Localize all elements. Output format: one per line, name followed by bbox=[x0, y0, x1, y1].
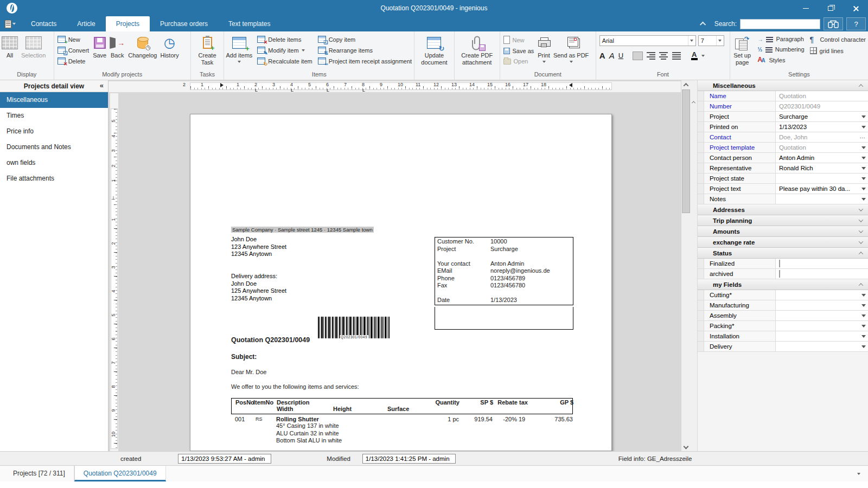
item-row[interactable]: 001 RS Rolling Shutter 45° Casing 137 in… bbox=[231, 416, 573, 445]
v-margin-marker[interactable]: ⊥ bbox=[111, 195, 116, 201]
cutting-field[interactable] bbox=[776, 290, 868, 300]
dropdown-icon[interactable] bbox=[861, 177, 866, 180]
section-status[interactable]: Status bbox=[698, 248, 868, 259]
finalized-checkbox[interactable] bbox=[779, 260, 780, 267]
collapse-ribbon-icon[interactable] bbox=[700, 22, 706, 28]
history-button[interactable]: ◷ History bbox=[158, 33, 180, 59]
installation-field[interactable] bbox=[776, 331, 868, 341]
tab-projects-list[interactable]: Projects [72 / 311] bbox=[4, 466, 74, 481]
paragraph-button[interactable]: → Paragraph bbox=[757, 36, 804, 42]
project-template-field[interactable]: Quotation bbox=[776, 143, 868, 152]
copy-item-button[interactable]: ❏ Copy item bbox=[318, 36, 412, 43]
tab-overflow-icon[interactable] bbox=[857, 473, 860, 475]
contact-person-field[interactable]: Anton Admin bbox=[776, 153, 868, 163]
set-up-page-button[interactable]: ↷ Set up page bbox=[730, 33, 755, 66]
send-as-pdf-button[interactable]: Send as PDF bbox=[552, 33, 590, 63]
create-pdf-attachment-button[interactable]: Create PDF attachment bbox=[455, 33, 500, 66]
scrollbar-thumb[interactable] bbox=[682, 89, 690, 213]
menu-tab-projects[interactable]: Projects bbox=[106, 16, 150, 31]
update-document-button[interactable]: ↻ Update document bbox=[414, 33, 454, 66]
number-field[interactable]: Q202301/0049 bbox=[776, 101, 868, 111]
dropdown-icon[interactable] bbox=[861, 335, 866, 338]
menu-tab-purchase-orders[interactable]: Purchase orders bbox=[150, 16, 218, 31]
packing-field[interactable] bbox=[776, 321, 868, 331]
italic-button[interactable]: A bbox=[609, 52, 615, 60]
subject-line[interactable]: Subject: bbox=[231, 353, 257, 361]
dropdown-icon[interactable] bbox=[861, 146, 866, 149]
dropdown-icon[interactable] bbox=[861, 345, 866, 348]
dropdown-icon[interactable] bbox=[861, 325, 866, 328]
menu-tab-text-templates[interactable]: Text templates bbox=[218, 16, 280, 31]
dropdown-icon[interactable] bbox=[861, 115, 866, 118]
tab-stop-marker[interactable] bbox=[255, 88, 258, 93]
scroll-down-button[interactable] bbox=[681, 442, 690, 451]
bold-button[interactable]: A bbox=[599, 52, 605, 60]
document-vertical-scrollbar[interactable] bbox=[681, 80, 690, 451]
document-open-button[interactable]: Open bbox=[503, 58, 534, 65]
dropdown-icon[interactable] bbox=[861, 314, 866, 317]
advanced-search-button[interactable] bbox=[824, 17, 843, 30]
dropdown-icon[interactable] bbox=[861, 294, 866, 297]
font-color-button[interactable]: A bbox=[691, 51, 697, 60]
control-character-button[interactable]: ¶ Control character bbox=[810, 36, 866, 43]
tab-stop-marker[interactable] bbox=[362, 88, 365, 93]
left-indent-marker[interactable] bbox=[220, 83, 224, 87]
tab-stop-marker[interactable] bbox=[291, 88, 293, 93]
section-trip-planning[interactable]: Trip planning bbox=[698, 215, 868, 226]
salutation[interactable]: Dear Mr. Doe bbox=[231, 369, 266, 375]
convert-button[interactable]: ❏ Convert bbox=[58, 47, 90, 54]
dropdown-icon[interactable] bbox=[861, 126, 866, 129]
align-justify-button[interactable] bbox=[672, 52, 681, 60]
assembly-field[interactable] bbox=[776, 311, 868, 320]
recalculate-item-button[interactable]: ↻ Recalculate item bbox=[257, 57, 312, 65]
tab-quotation[interactable]: Quotation Q202301/0049 bbox=[74, 466, 166, 481]
delivery-field[interactable] bbox=[776, 342, 868, 351]
menu-tab-contacts[interactable]: Contacts bbox=[21, 16, 67, 31]
chevron-down-icon[interactable] bbox=[701, 55, 705, 57]
section-amounts[interactable]: Amounts bbox=[698, 226, 868, 237]
project-item-receipt-assignment-button[interactable]: ∞ Project item receipt assignment bbox=[318, 57, 412, 65]
quotation-title[interactable]: Quotation Q202301/0049 bbox=[231, 336, 310, 344]
right-indent-marker[interactable] bbox=[569, 83, 572, 87]
delivery-address[interactable]: Delivery address: John Doe 125 Anywhere … bbox=[231, 273, 286, 302]
project-field[interactable]: Surcharge bbox=[776, 112, 868, 121]
sidebar-item-price-info[interactable]: Price info bbox=[0, 124, 108, 139]
section-miscellaneous[interactable]: Miscellaneous bbox=[698, 80, 868, 91]
modified-value[interactable] bbox=[362, 454, 456, 464]
created-value[interactable] bbox=[178, 454, 271, 464]
back-button[interactable]: → Back bbox=[108, 33, 126, 59]
manufacturing-field[interactable] bbox=[776, 300, 868, 310]
minimize-button[interactable] bbox=[793, 0, 818, 16]
grid-lines-button[interactable]: grid lines bbox=[810, 47, 866, 54]
sidebar-item-miscellaneous[interactable]: Miscellaneous bbox=[0, 92, 108, 108]
items-table[interactable]: PosNo ItemNo Description Quantity SP $ R… bbox=[231, 398, 573, 445]
section-exchange-rate[interactable]: exchange rate bbox=[698, 237, 868, 248]
selection-button[interactable]: Selection bbox=[20, 33, 47, 59]
scroll-up-button[interactable] bbox=[681, 80, 690, 89]
project-state-field[interactable] bbox=[776, 174, 868, 183]
dropdown-icon[interactable] bbox=[861, 198, 866, 201]
section-my-fields[interactable]: my Fields bbox=[698, 279, 868, 290]
dropdown-icon[interactable] bbox=[861, 304, 866, 307]
maximize-button[interactable] bbox=[818, 0, 843, 16]
sidebar-item-file-attachments[interactable]: File attachments bbox=[0, 171, 108, 187]
representative-field[interactable]: Ronald Rich bbox=[776, 163, 868, 173]
menu-tab-article[interactable]: Article bbox=[67, 16, 105, 31]
ellipsis-icon[interactable]: … bbox=[859, 133, 866, 139]
dropdown-icon[interactable] bbox=[861, 157, 866, 159]
sidebar-item-own-fields[interactable]: own fields bbox=[0, 155, 108, 171]
numbering-button[interactable]: ⅓ Numbering bbox=[757, 46, 804, 53]
align-left-button[interactable] bbox=[633, 52, 642, 60]
delete-items-button[interactable]: ✕ Delete items bbox=[257, 36, 312, 43]
sidebar-item-times[interactable]: Times bbox=[0, 108, 108, 124]
font-family-select[interactable]: Arial bbox=[599, 35, 696, 46]
intro-line[interactable]: We offer to you the following items and … bbox=[231, 383, 359, 390]
align-right-button[interactable] bbox=[646, 52, 655, 60]
document-new-button[interactable]: New bbox=[503, 36, 534, 44]
app-menu-button[interactable] bbox=[0, 16, 21, 31]
save-button[interactable]: Save bbox=[91, 33, 108, 59]
recipient-address[interactable]: John Doe 123 Anywhere Street 12345 Anyto… bbox=[231, 236, 286, 258]
close-button[interactable] bbox=[843, 0, 868, 16]
help-button[interactable]: ? bbox=[846, 17, 866, 30]
project-text-field[interactable]: Please pay within 30 da... bbox=[776, 184, 868, 194]
